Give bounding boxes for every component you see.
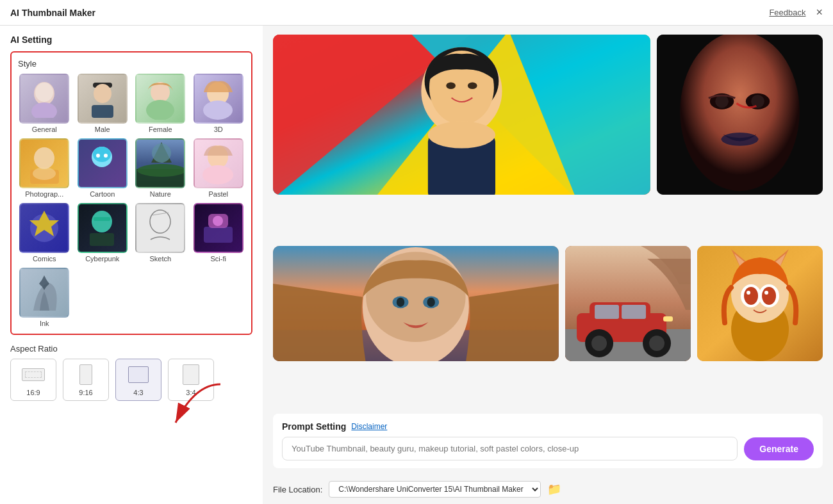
style-thumb-nature: [135, 138, 185, 188]
svg-rect-5: [92, 105, 113, 118]
svg-point-2: [35, 83, 53, 102]
svg-rect-65: [622, 305, 646, 319]
style-thumb-general: [19, 74, 69, 124]
svg-point-14: [93, 147, 111, 162]
style-item-cyberpunk[interactable]: Cyberpunk: [76, 203, 129, 263]
style-name-female: Female: [149, 126, 172, 133]
title-bar: AI Thumbnail Maker Feedback ×: [0, 0, 833, 26]
aspect-name-3-4: 3:4: [186, 389, 195, 396]
file-path-select[interactable]: C:\Wondershare UniConverter 15\AI Thumbn…: [329, 481, 541, 498]
disclaimer-link[interactable]: Disclaimer: [351, 422, 387, 431]
svg-point-16: [104, 154, 108, 158]
generate-button[interactable]: Generate: [744, 437, 814, 460]
svg-point-80: [744, 287, 758, 305]
svg-point-43: [428, 122, 495, 149]
right-panel: Prompt Setting Disclaimer Generate File …: [263, 26, 833, 504]
prompt-header: Prompt Setting Disclaimer: [282, 421, 814, 432]
svg-point-25: [92, 211, 112, 232]
aspect-ratio-grid: 16:9 9:16 4:3: [10, 359, 252, 401]
folder-icon[interactable]: 📁: [547, 482, 561, 496]
svg-point-4: [94, 84, 111, 103]
svg-rect-26: [90, 233, 114, 246]
svg-line-29: [153, 213, 169, 215]
style-label: Style: [18, 59, 245, 69]
style-item-male[interactable]: Male: [76, 74, 129, 133]
prompt-input[interactable]: [282, 437, 738, 460]
aspect-item-9-16[interactable]: 9:16: [63, 359, 109, 401]
preview-portrait-image: [273, 246, 559, 361]
svg-point-28: [150, 210, 170, 233]
svg-point-18: [137, 164, 185, 177]
style-item-pastel[interactable]: Pastel: [192, 138, 245, 198]
aspect-name-9-16: 9:16: [79, 389, 92, 396]
svg-point-45: [680, 35, 800, 191]
preview-main-image: [273, 35, 650, 195]
aspect-item-4-3[interactable]: 4:3: [115, 359, 161, 401]
svg-rect-27: [94, 217, 110, 221]
title-bar-actions: Feedback ×: [769, 6, 823, 19]
svg-point-69: [649, 336, 664, 351]
style-thumb-male: [78, 74, 128, 124]
aspect-item-3-4[interactable]: 3:4: [168, 359, 214, 401]
svg-point-22: [202, 165, 233, 184]
preview-car-image: [565, 246, 691, 361]
style-thumb-photography: [19, 138, 69, 188]
style-box: Style General: [10, 51, 252, 335]
svg-point-41: [468, 83, 477, 90]
aspect-name-16-9: 16:9: [26, 389, 40, 396]
style-item-sketch[interactable]: Sketch: [134, 203, 187, 263]
style-thumb-scifi: [194, 203, 243, 253]
style-name-cyberpunk: Cyberpunk: [85, 255, 119, 263]
svg-rect-70: [663, 316, 673, 321]
style-thumb-female: [135, 74, 185, 124]
app-title: AI Thumbnail Maker: [10, 8, 95, 18]
style-item-general[interactable]: General: [18, 74, 71, 133]
svg-point-9: [203, 101, 233, 120]
aspect-icon-16-9: [21, 363, 46, 386]
file-location-bar: File Location: C:\Wondershare UniConvert…: [273, 476, 823, 498]
svg-point-81: [762, 287, 776, 305]
style-thumb-3d: [194, 74, 243, 124]
svg-point-32: [213, 216, 223, 226]
style-thumb-cartoon: [78, 138, 128, 188]
style-item-nature[interactable]: Nature: [134, 138, 187, 198]
preview-side-image: [657, 35, 823, 195]
svg-point-12: [33, 167, 56, 180]
aspect-icon-4-3: [126, 363, 151, 386]
close-button[interactable]: ×: [816, 6, 823, 19]
style-item-cartoon[interactable]: Cartoon: [76, 138, 129, 198]
style-thumb-pastel: [194, 138, 243, 188]
svg-rect-30: [204, 227, 233, 243]
preview-top-row: [273, 35, 823, 240]
prompt-setting-section: Prompt Setting Disclaimer Generate: [273, 414, 823, 468]
aspect-icon-9-16: [73, 363, 99, 386]
svg-point-83: [764, 291, 768, 295]
style-name-cartoon: Cartoon: [90, 190, 115, 198]
svg-point-40: [446, 83, 456, 90]
svg-point-49: [751, 95, 764, 108]
svg-point-58: [397, 298, 404, 307]
aspect-ratio-label: Aspect Ratio: [10, 344, 252, 354]
prompt-input-row: Generate: [282, 437, 814, 460]
style-name-pastel: Pastel: [208, 190, 228, 198]
file-location-label: File Location:: [273, 485, 322, 494]
svg-point-82: [746, 291, 750, 295]
aspect-ratio-section: Aspect Ratio 16:9 9:16: [10, 344, 252, 401]
preview-bottom-row: [273, 246, 823, 406]
svg-point-50: [721, 133, 758, 146]
style-item-ink[interactable]: Ink: [18, 268, 71, 327]
style-name-scifi: Sci-fi: [211, 255, 226, 263]
style-item-scifi[interactable]: Sci-fi: [192, 203, 245, 263]
svg-rect-64: [595, 305, 619, 319]
style-name-nature: Nature: [150, 190, 171, 198]
style-name-sketch: Sketch: [149, 255, 171, 263]
feedback-link[interactable]: Feedback: [769, 8, 805, 17]
svg-point-7: [146, 100, 174, 120]
style-item-photography[interactable]: Photograp...: [18, 138, 71, 198]
style-item-female[interactable]: Female: [134, 74, 187, 133]
aspect-item-16-9[interactable]: 16:9: [10, 359, 56, 401]
style-item-comics[interactable]: Comics: [18, 203, 71, 263]
svg-point-67: [591, 336, 607, 351]
style-item-3d[interactable]: 3D: [192, 74, 245, 133]
style-name-general: General: [32, 126, 57, 133]
